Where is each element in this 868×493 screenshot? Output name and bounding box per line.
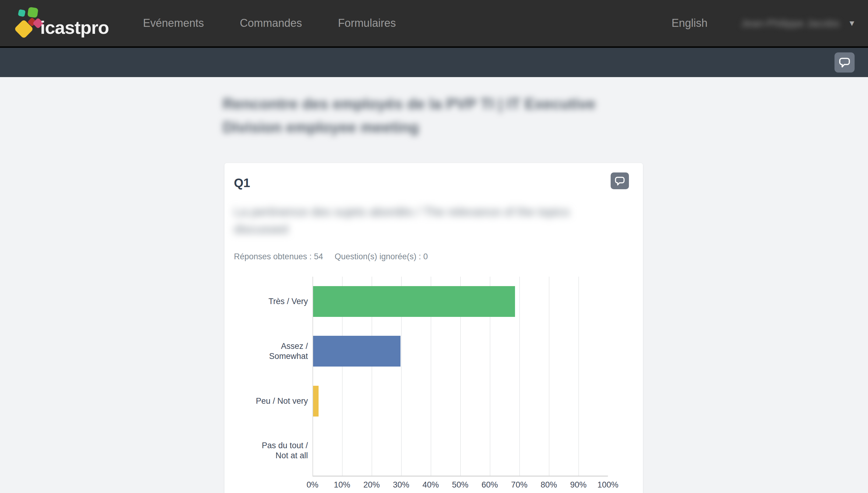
- question-text-blurred: La pertinence des sujets abordés / The r…: [234, 203, 619, 238]
- logo-text: icastpro: [40, 19, 109, 40]
- nav-item-commandes[interactable]: Commandes: [240, 17, 302, 29]
- user-name-blurred: Jean-Philippe Jacobs: [741, 17, 839, 29]
- caret-down-icon: ▼: [848, 19, 856, 28]
- chart-category-label: Pas du tout /Not at all: [234, 426, 308, 476]
- chart-row: [313, 326, 608, 376]
- language-switcher[interactable]: English: [671, 17, 708, 29]
- nav-item-evenements[interactable]: Evénements: [143, 17, 204, 29]
- logo[interactable]: icastpro: [14, 6, 109, 40]
- x-tick-label: 30%: [393, 480, 409, 490]
- chart-bar: [313, 386, 318, 416]
- x-tick-label: 60%: [482, 480, 498, 490]
- chart-bar: [313, 336, 401, 367]
- x-tick-label: 80%: [541, 480, 557, 490]
- main-nav: Evénements Commandes Formulaires: [143, 17, 396, 29]
- chart-category-label: Peu / Not very: [234, 376, 308, 426]
- responses-count: Réponses obtenues : 54: [234, 252, 323, 261]
- results-bar-chart: Très / VeryAssez /SomewhatPeu / Not very…: [234, 277, 629, 493]
- chart-row: [313, 426, 608, 476]
- x-tick-label: 10%: [334, 480, 350, 490]
- question-card: Q1 La pertinence des sujets abordés / Th…: [224, 163, 643, 493]
- chart-category-labels: Très / VeryAssez /SomewhatPeu / Not very…: [234, 277, 308, 476]
- user-menu[interactable]: Jean-Philippe Jacobs ▼: [741, 17, 856, 29]
- comments-button[interactable]: [834, 52, 854, 72]
- chart-plot: [312, 277, 608, 476]
- page-title-blurred: Rencontre des employés de la PVP TI | IT…: [223, 92, 596, 139]
- top-navbar: icastpro Evénements Commandes Formulaire…: [0, 0, 868, 48]
- chart-category-label: Très / Very: [234, 277, 308, 326]
- chart-x-axis: 0%10%20%30%40%50%60%70%80%90%100%: [312, 480, 608, 492]
- chart-row: [313, 277, 608, 326]
- speech-bubble-icon: [615, 176, 625, 186]
- x-tick-label: 50%: [452, 480, 468, 490]
- subheader-bar: [0, 48, 868, 77]
- question-code: Q1: [234, 176, 629, 190]
- x-tick-label: 20%: [363, 480, 380, 490]
- topnav-right: English Jean-Philippe Jacobs ▼: [671, 17, 856, 29]
- question-comments-button[interactable]: [610, 172, 629, 189]
- chart-category-label: Assez /Somewhat: [234, 326, 308, 376]
- x-tick-label: 0%: [306, 480, 318, 490]
- x-tick-label: 100%: [597, 480, 618, 490]
- skipped-count: Question(s) ignorée(s) : 0: [335, 252, 428, 261]
- x-tick-label: 70%: [511, 480, 528, 490]
- nav-item-formulaires[interactable]: Formulaires: [338, 17, 396, 29]
- x-tick-label: 90%: [570, 480, 586, 490]
- question-stats: Réponses obtenues : 54 Question(s) ignor…: [234, 252, 629, 261]
- chart-row: [313, 376, 608, 426]
- speech-bubble-icon: [839, 57, 850, 68]
- chart-bar: [313, 286, 515, 317]
- x-tick-label: 40%: [422, 480, 439, 490]
